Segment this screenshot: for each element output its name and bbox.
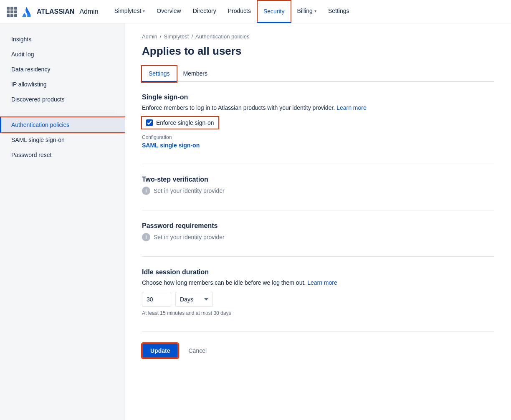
tab-settings[interactable]: Settings [142,66,177,82]
breadcrumb: Admin / Simplytest / Authentication poli… [142,33,494,40]
password-req-info-text: Set in your identity provider [154,234,225,240]
atlassian-logo-icon [20,5,33,18]
nav-item-products[interactable]: Products [222,0,257,23]
breadcrumb-sep-2: / [191,33,193,40]
idle-session-hint: At least 15 minutes and at most 30 days [142,310,494,316]
sidebar-item-discovered-products[interactable]: Discovered products [0,92,125,107]
sidebar-item-password-reset[interactable]: Password reset [0,147,125,162]
top-nav: ATLASSIAN Admin Simplytest ▾ Overview Di… [0,0,511,23]
sso-title: Single sign-on [142,94,494,101]
divider-4 [142,331,494,331]
tab-members[interactable]: Members [177,66,214,82]
password-req-title: Password requirements [142,222,494,230]
page-layout: Insights Audit log Data residency IP all… [0,23,511,420]
two-step-title: Two-step verification [142,176,494,183]
config-label: Configuration [142,134,494,140]
waffle-menu-icon[interactable] [7,7,17,17]
nav-items: Simplytest ▾ Overview Directory Products… [109,0,355,23]
idle-session-description: Choose how long members can be idle befo… [142,279,494,286]
idle-session-number-input[interactable] [142,292,171,307]
nav-item-simplytest[interactable]: Simplytest ▾ [109,0,151,23]
divider-1 [142,164,494,164]
action-row: Update Cancel [142,343,494,358]
breadcrumb-current: Authentication policies [195,33,249,40]
enforce-sso-checkbox-container: Enforce single sign-on [142,117,218,129]
sidebar-item-insights[interactable]: Insights [0,32,125,47]
chevron-down-icon: ▾ [143,9,145,13]
sso-description: Enforce members to log in to Atlassian p… [142,104,494,111]
saml-sso-config-link[interactable]: SAML single sign-on [142,142,200,149]
divider-2 [142,210,494,210]
sidebar-item-saml-sso[interactable]: SAML single sign-on [0,132,125,147]
nav-item-security[interactable]: Security [257,0,291,23]
nav-item-billing[interactable]: Billing ▾ [291,0,322,23]
sidebar-item-audit-log[interactable]: Audit log [0,47,125,62]
two-step-section: Two-step verification i Set in your iden… [142,176,494,195]
sso-section: Single sign-on Enforce members to log in… [142,94,494,149]
two-step-info-icon: i [142,187,150,195]
chevron-down-billing-icon: ▾ [314,9,316,13]
sidebar-divider [10,112,115,112]
enforce-sso-checkbox[interactable] [146,119,153,126]
idle-session-unit-select[interactable]: Minutes Hours Days [175,292,213,307]
idle-session-learn-more-link[interactable]: Learn more [307,279,337,286]
breadcrumb-admin[interactable]: Admin [142,33,157,40]
sidebar-item-data-residency[interactable]: Data residency [0,62,125,77]
logo-admin-text: Admin [79,8,98,15]
password-req-info-icon: i [142,233,150,241]
breadcrumb-sep-1: / [160,33,162,40]
sidebar-item-authentication-policies[interactable]: Authentication policies [0,117,125,132]
nav-item-directory[interactable]: Directory [187,0,222,23]
nav-item-overview[interactable]: Overview [151,0,187,23]
idle-session-title: Idle session duration [142,268,494,276]
password-req-info-row: i Set in your identity provider [142,233,494,241]
two-step-info-row: i Set in your identity provider [142,187,494,195]
tabs: Settings Members [142,66,494,82]
enforce-sso-label[interactable]: Enforce single sign-on [156,119,214,126]
nav-item-settings[interactable]: Settings [322,0,355,23]
update-button[interactable]: Update [142,343,178,358]
two-step-info-text: Set in your identity provider [154,187,225,194]
page-title: Applies to all users [142,45,494,58]
sidebar: Insights Audit log Data residency IP all… [0,23,125,420]
breadcrumb-simplytest[interactable]: Simplytest [164,33,189,40]
atlassian-logo[interactable]: ATLASSIAN Admin [20,5,99,18]
config-section: Configuration SAML single sign-on [142,134,494,149]
idle-session-section: Idle session duration Choose how long me… [142,268,494,316]
idle-session-inputs: Minutes Hours Days [142,292,494,307]
logo-atlassian-text: ATLASSIAN [37,8,74,15]
divider-3 [142,256,494,257]
sidebar-item-ip-allowlisting[interactable]: IP allowlisting [0,77,125,92]
cancel-button[interactable]: Cancel [183,344,212,357]
main-content: Admin / Simplytest / Authentication poli… [125,23,511,420]
sso-learn-more-link[interactable]: Learn more [336,104,367,111]
password-req-section: Password requirements i Set in your iden… [142,222,494,241]
